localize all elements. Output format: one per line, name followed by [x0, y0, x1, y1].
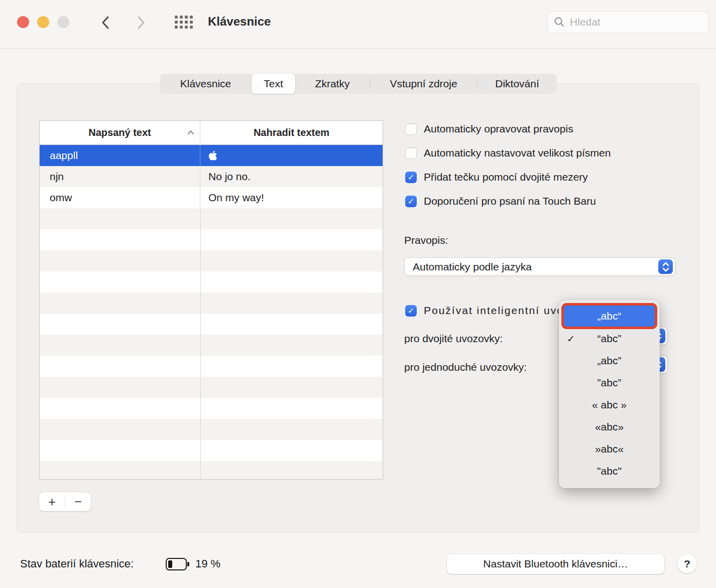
popup-chevrons-icon	[658, 259, 673, 274]
column-divider	[200, 208, 201, 479]
menu-item-quote-style[interactable]: „abc”	[559, 350, 660, 372]
double-space-period-checkbox[interactable]: ✓	[405, 172, 417, 183]
double-quotes-label: pro dvojité uvozovky:	[404, 333, 503, 345]
menu-check-icon: ✓	[567, 333, 575, 345]
tab-bar: Klávesnice Text Zkratky Vstupní zdroje D…	[160, 74, 557, 94]
column-header-typed[interactable]: Napsaný text	[40, 121, 200, 144]
help-button[interactable]: ?	[677, 554, 697, 573]
apple-logo-icon	[208, 150, 217, 161]
search-input[interactable]	[570, 16, 702, 28]
checkbox-label: Přidat tečku pomocí dvojité mezery	[424, 171, 588, 183]
battery-percent: 19 %	[195, 557, 220, 570]
setup-bluetooth-keyboard-button[interactable]: Nastavit Bluetooth klávesnici…	[447, 554, 664, 574]
table-row[interactable]: aappll	[40, 145, 383, 166]
check-icon: ✓	[408, 173, 414, 182]
checkbox-label: Automaticky nastavovat velikost písmen	[424, 147, 611, 159]
battery-status-label: Stav baterií klávesnice:	[20, 557, 134, 570]
check-icon: ✓	[408, 306, 414, 316]
auto-capitalize-checkbox[interactable]	[405, 148, 417, 159]
remove-replacement-button[interactable]: −	[65, 492, 91, 511]
checkbox-label: Doporučení pro psaní na Touch Baru	[424, 195, 596, 207]
search-field[interactable]	[547, 11, 709, 33]
search-icon	[554, 17, 565, 28]
spelling-popup-button[interactable]: Automaticky podle jazyka	[404, 257, 675, 276]
menu-item-quote-style[interactable]: »abc«	[559, 438, 660, 460]
keyboard-preferences-window: Klávesnice Klávesnice Text Zkratky Vstup…	[0, 0, 716, 588]
forward-button[interactable]	[133, 14, 150, 31]
text-replacements-table: Napsaný text Nahradit textem aappll njn …	[39, 120, 383, 480]
spelling-label: Pravopis:	[404, 234, 448, 246]
tab-zkratky[interactable]: Zkratky	[295, 74, 370, 94]
check-icon: ✓	[408, 197, 414, 206]
menu-item-quote-style[interactable]: ”abc”	[559, 372, 660, 394]
typed-text-cell: njn	[40, 166, 200, 187]
tab-diktovani[interactable]: Diktování	[478, 74, 557, 94]
zoom-window-button	[57, 16, 69, 28]
tab-text[interactable]: Text	[252, 74, 295, 94]
single-quotes-label: pro jednoduché uvozovky:	[404, 361, 527, 373]
replace-text-cell: On my way!	[200, 187, 383, 208]
tab-klavesnice[interactable]: Klávesnice	[160, 74, 252, 94]
spelling-popup-value: Automaticky podle jazyka	[405, 261, 532, 273]
table-header-row: Napsaný text Nahradit textem	[40, 121, 383, 145]
menu-item-quote-style[interactable]: „abc“	[564, 306, 655, 327]
touch-bar-suggestions-checkbox[interactable]: ✓	[405, 196, 417, 207]
autocorrect-spelling-checkbox[interactable]	[405, 123, 417, 135]
menu-item-quote-style[interactable]: « abc »	[559, 394, 660, 416]
typed-text-cell: aappll	[40, 145, 200, 166]
add-remove-control: + −	[39, 492, 91, 511]
menu-item-quote-style[interactable]: ✓ “abc”	[559, 328, 660, 350]
battery-icon	[166, 558, 187, 570]
option-row: ✓ Přidat tečku pomocí dvojité mezery	[405, 171, 588, 183]
typed-text-cell: omw	[40, 187, 200, 208]
table-empty-area	[40, 208, 383, 479]
option-row: Automaticky nastavovat velikost písmen	[405, 147, 611, 159]
minimize-window-button[interactable]	[37, 16, 49, 28]
title-bar: Klávesnice	[0, 0, 716, 49]
page-title: Klávesnice	[208, 15, 271, 29]
option-row: Automaticky opravovat pravopis	[405, 123, 573, 135]
table-row[interactable]: omw On my way!	[40, 187, 383, 208]
double-quotes-menu: „abc“ ✓ “abc” „abc” ”abc” « abc » «abc» …	[559, 300, 660, 488]
menu-item-quote-style[interactable]: "abc"	[559, 460, 660, 482]
chevron-right-icon	[137, 16, 146, 30]
option-row: ✓ Doporučení pro psaní na Touch Baru	[405, 195, 596, 207]
show-all-preferences-icon[interactable]	[175, 16, 193, 29]
smart-quotes-checkbox[interactable]: ✓	[405, 305, 417, 317]
tab-vstupni-zdroje[interactable]: Vstupní zdroje	[370, 74, 477, 94]
menu-item-quote-style[interactable]: «abc»	[559, 416, 660, 438]
column-header-replace[interactable]: Nahradit textem	[200, 121, 383, 144]
close-window-button[interactable]	[17, 16, 29, 28]
add-replacement-button[interactable]: +	[39, 492, 65, 511]
replace-text-cell	[200, 145, 383, 166]
back-button[interactable]	[97, 14, 114, 31]
chevron-left-icon	[101, 16, 110, 30]
checkbox-label: Automaticky opravovat pravopis	[424, 123, 573, 135]
table-row[interactable]: njn No jo no.	[40, 166, 383, 187]
sort-ascending-icon	[187, 129, 195, 135]
replace-text-cell: No jo no.	[200, 166, 383, 187]
